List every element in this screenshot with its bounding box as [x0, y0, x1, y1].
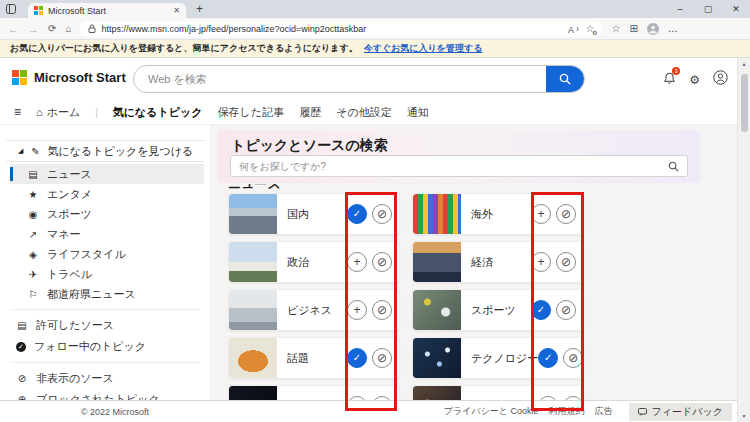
block-topic-button[interactable]: ⊘ [556, 300, 576, 320]
tab-close-icon[interactable]: ✕ [173, 6, 180, 15]
profile-avatar-icon[interactable] [647, 23, 659, 35]
block-topic-button[interactable]: ⊘ [556, 204, 576, 224]
nav-item-saved[interactable]: 保存した記事 [218, 105, 285, 120]
sidebar-item-travel[interactable]: ✈ トラベル [10, 264, 204, 284]
account-icon[interactable] [713, 70, 728, 89]
block-topic-button[interactable]: ⊘ [563, 348, 583, 368]
minimize-icon[interactable]: – [666, 4, 694, 14]
sidebar-find-topics-header[interactable]: ◢ ✎ 気になるトピックを見つける [6, 140, 204, 162]
gem-icon: ◈ [27, 249, 39, 260]
nav-item-notifications[interactable]: 通知 [407, 105, 429, 120]
find-topics-icon: ✎ [29, 146, 41, 157]
sidebar-item-news[interactable]: ▤ ニュース [10, 164, 204, 184]
manage-favorites-link[interactable]: 今すぐお気に入りを管理する [364, 42, 483, 55]
nav-item-history[interactable]: 履歴 [299, 105, 321, 120]
block-topic-button[interactable]: ⊘ [372, 252, 392, 272]
scroll-up-icon[interactable]: ▲ [738, 58, 750, 70]
notifications-bell-icon[interactable]: 3 [663, 71, 676, 89]
block-topic-button[interactable]: ⊘ [372, 204, 392, 224]
check-circle-icon: ✓ [16, 342, 26, 352]
footer-links: プライバシーと Cookie 利用規約 広告 [444, 405, 613, 418]
topic-card: ニュース検索 + ⊘ [412, 385, 584, 400]
sidebar: ◢ ✎ 気になるトピックを見つける ▤ ニュース ★ エンタメ ◉ スポーツ [0, 125, 210, 400]
collections-icon[interactable]: ⊞ [629, 23, 637, 34]
new-tab-icon[interactable]: + [196, 2, 203, 16]
ads-link[interactable]: 広告 [595, 405, 613, 418]
header-icons: 3 ⚙ [663, 70, 728, 89]
topic-label: スポーツ [471, 303, 516, 318]
site-nav: ≡ ⌂ ホーム | 気になるトピック 保存した記事 履歴 その他設定 通知 [0, 100, 750, 125]
clipped-section-header: ニュース [228, 184, 348, 192]
privacy-link[interactable]: プライバシーと Cookie [444, 405, 539, 418]
news-icon: ▤ [27, 169, 39, 180]
follow-topic-button[interactable]: ✓ [347, 204, 367, 224]
topic-label: 海外 [471, 207, 493, 222]
web-search-input[interactable] [134, 66, 546, 92]
topic-search-input[interactable] [239, 161, 668, 172]
follow-topic-button[interactable]: + [531, 252, 551, 272]
sidebar-item-prefecture-news[interactable]: ⚐ 都道府県ニュース [10, 284, 204, 304]
sidebar-item-lifestyle[interactable]: ◈ ライフスタイル [10, 244, 204, 264]
feedback-button[interactable]: フィードバック [629, 403, 732, 421]
add-favorite-icon[interactable]: ☆⚙ [585, 23, 594, 34]
sidebar-item-allowed-sources[interactable]: ▤ 許可したソース [10, 315, 204, 336]
browser-home-icon[interactable]: ⌂ [65, 23, 71, 34]
address-bar[interactable]: https://www.msn.com/ja-jp/feed/personali… [80, 21, 602, 37]
site-header: Microsoft Start 3 ⚙ [0, 58, 750, 100]
newspaper-icon: ▤ [16, 320, 28, 331]
chart-up-icon: ↗ [27, 229, 39, 240]
topic-label: 経済 [471, 255, 493, 270]
topic-image [229, 194, 277, 234]
sidebar-item-entertainment[interactable]: ★ エンタメ [10, 184, 204, 204]
window-controls: – ▢ ✕ [666, 0, 750, 18]
refresh-icon[interactable]: ⟳ [48, 23, 56, 34]
topic-card: ビジネス + ⊘ [228, 289, 400, 331]
forward-icon[interactable]: → [28, 23, 39, 35]
back-icon[interactable]: ← [8, 23, 19, 35]
topic-card: 経済 + ⊘ [412, 241, 584, 283]
feedback-icon [638, 408, 647, 416]
follow-topic-button[interactable]: ✓ [531, 300, 551, 320]
vertical-scrollbar[interactable]: ▲ ▼ [737, 58, 750, 422]
block-topic-button[interactable]: ⊘ [372, 348, 392, 368]
web-search-button[interactable] [546, 66, 584, 92]
settings-gear-icon[interactable]: ⚙ [689, 73, 700, 87]
browser-tab[interactable]: Microsoft Start ✕ [28, 3, 186, 18]
close-icon[interactable]: ✕ [722, 4, 750, 14]
copyright: © 2022 Microsoft [0, 407, 230, 417]
sidebar-item-followed-topics[interactable]: ✓ フォロー中のトピック [10, 336, 204, 357]
nav-item-topics[interactable]: 気になるトピック [113, 105, 203, 120]
topic-card: 話題 ✓ ⊘ [228, 337, 400, 379]
notification-badge: 3 [672, 67, 680, 75]
nav-separator: | [95, 107, 98, 118]
sidebar-item-hidden-sources[interactable]: ⊘ 非表示のソース [10, 368, 204, 389]
brand[interactable]: Microsoft Start [12, 70, 126, 85]
read-aloud-icon[interactable]: A [568, 24, 580, 34]
topic-search-panel: トピックとソースの検索 [218, 130, 700, 183]
expander-icon[interactable]: ◢ [18, 147, 23, 155]
browser-window: Microsoft Start ✕ + – ▢ ✕ ← → ⟳ ⌂ https:… [0, 0, 750, 422]
nav-item-settings[interactable]: その他設定 [336, 105, 392, 120]
topic-card: 海外 + ⊘ [412, 193, 584, 235]
page-footer: © 2022 Microsoft プライバシーと Cookie 利用規約 広告 … [0, 400, 750, 422]
follow-topic-button[interactable]: + [347, 252, 367, 272]
favorites-notification-bar: お気に入りバーにお気に入りを登録すると、簡単にアクセスできるようになります。 今… [0, 40, 750, 58]
block-topic-button[interactable]: ⊘ [556, 252, 576, 272]
url-text: https://www.msn.com/ja-jp/feed/personali… [101, 24, 563, 34]
terms-link[interactable]: 利用規約 [549, 405, 585, 418]
follow-topic-button[interactable]: ✓ [347, 348, 367, 368]
follow-topic-button[interactable]: + [531, 204, 551, 224]
hamburger-menu-icon[interactable]: ≡ [14, 105, 21, 119]
maximize-icon[interactable]: ▢ [694, 4, 722, 14]
scroll-down-icon[interactable]: ▼ [738, 410, 750, 422]
block-topic-button[interactable]: ⊘ [372, 300, 392, 320]
nav-item-home[interactable]: ⌂ ホーム [36, 105, 80, 120]
favorites-hub-icon[interactable]: ☆ [611, 23, 620, 34]
follow-topic-button[interactable]: + [347, 300, 367, 320]
follow-topic-button[interactable]: ✓ [538, 348, 558, 368]
browser-menu-icon[interactable]: … [668, 23, 679, 34]
sidebar-item-money[interactable]: ↗ マネー [10, 224, 204, 244]
sidebar-item-sports[interactable]: ◉ スポーツ [10, 204, 204, 224]
scrollbar-thumb[interactable] [741, 74, 748, 132]
tab-actions-icon[interactable] [0, 0, 22, 18]
